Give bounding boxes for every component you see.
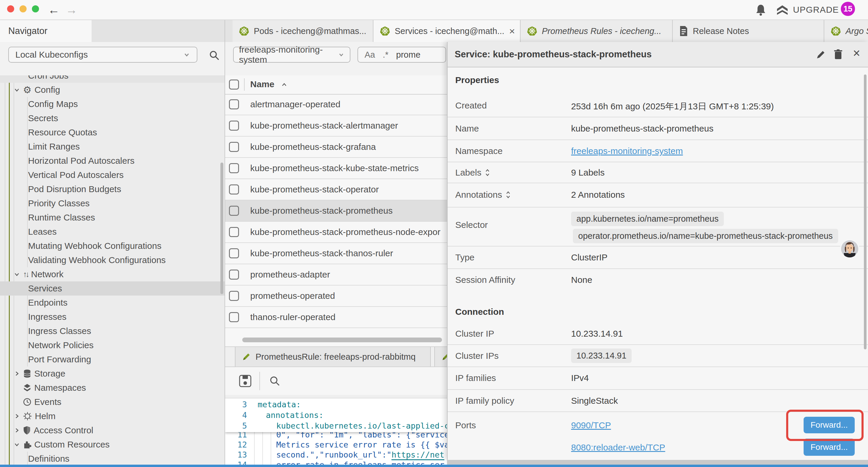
assistant-avatar[interactable] [840, 239, 860, 259]
forward-button[interactable]: → [66, 0, 78, 20]
sort-ascending-icon[interactable] [281, 81, 288, 88]
property-row-annotations: Annotations 2 Annotations [447, 183, 868, 207]
delete-trash-icon[interactable] [833, 49, 843, 60]
regex-toggle[interactable]: .* [382, 50, 388, 60]
table-row[interactable]: kube-prometheus-stack-operator [225, 179, 447, 200]
expand-collapse-icon[interactable] [505, 191, 511, 199]
panel-horizontal-scrollbar-track[interactable] [447, 460, 868, 465]
sidebar-item-ingress-classes[interactable]: Ingress Classes [0, 324, 224, 338]
table-row[interactable]: prometheus-adapter [225, 264, 447, 286]
editor-tab-prometheusrule[interactable]: PrometheusRule: freeleaps-prod-rabbitmq [235, 347, 431, 367]
name-search-input[interactable]: Aa .* prome [358, 47, 446, 63]
save-icon[interactable] [239, 375, 252, 387]
table-row[interactable]: kube-prometheus-stack-kube-state-metrics [225, 158, 447, 179]
tab-argo[interactable]: Argo Se [824, 20, 868, 42]
port-link-9090[interactable]: 9090/TCP [571, 420, 611, 430]
window-zoom-button[interactable] [32, 5, 39, 12]
window-close-button[interactable] [7, 5, 14, 12]
sidebar-item-storage[interactable]: Storage [0, 367, 224, 381]
table-horizontal-scrollbar[interactable] [242, 338, 442, 342]
back-button[interactable]: ← [48, 0, 60, 20]
window-minimize-button[interactable] [20, 5, 27, 12]
tab-services[interactable]: Services - icecheng@math... × [373, 20, 521, 42]
sidebar-item-access-control[interactable]: Access Control [0, 423, 224, 437]
sidebar-item-leases[interactable]: Leases [0, 225, 224, 239]
sidebar-item-definitions[interactable]: Definitions [0, 451, 224, 465]
pane-divider[interactable] [224, 20, 225, 465]
row-checkbox[interactable] [229, 291, 239, 301]
editor-tab-partial[interactable] [434, 347, 447, 367]
table-row[interactable]: kube-prometheus-stack-thanos-ruler [225, 243, 447, 264]
row-checkbox[interactable] [229, 163, 239, 173]
tab-prometheus-rules[interactable]: Prometheus Rules - icecheng... [521, 20, 673, 42]
select-all-checkbox[interactable] [229, 80, 239, 90]
sidebar-item-secrets[interactable]: Secrets [0, 111, 224, 125]
tab-close-icon[interactable]: × [509, 25, 515, 37]
kubeconfig-selector-value: Local Kubeconfigs [16, 50, 88, 60]
namespace-link[interactable]: freeleaps-monitoring-system [571, 146, 683, 156]
port-link-8080[interactable]: 8080:reloader-web/TCP [571, 442, 665, 453]
sidebar-item-horizontal-pod-autoscalers[interactable]: Horizontal Pod Autoscalers [0, 154, 224, 168]
row-checkbox[interactable] [229, 312, 239, 322]
row-checkbox[interactable] [229, 121, 239, 130]
upgrade-icon[interactable] [776, 4, 789, 16]
sidebar-item-vertical-pod-autoscalers[interactable]: Vertical Pod Autoscalers [0, 168, 224, 182]
sidebar-item-namespaces[interactable]: Namespaces [0, 381, 224, 395]
sidebar-item-validating-webhook-configurations[interactable]: Validating Webhook Configurations [0, 253, 224, 267]
sidebar-search-icon[interactable] [209, 50, 220, 61]
sidebar-item-custom-resources[interactable]: Custom Resources [0, 437, 224, 451]
code-link[interactable]: https://net [392, 450, 444, 460]
match-case-toggle[interactable]: Aa [365, 50, 375, 60]
upgrade-label[interactable]: UPGRADE [793, 5, 839, 15]
sidebar-item-helm[interactable]: Helm [0, 409, 224, 423]
namespace-filter-value: freeleaps-monitoring-system [239, 45, 338, 65]
panel-scrollbar[interactable] [864, 75, 867, 349]
account-badge[interactable]: 15 [841, 2, 855, 16]
edit-icon[interactable] [816, 50, 826, 60]
editor-search-icon[interactable] [269, 375, 281, 387]
row-checkbox[interactable] [229, 184, 239, 195]
sidebar-item-limit-ranges[interactable]: Limit Ranges [0, 140, 224, 154]
sidebar-item-events[interactable]: Events [0, 395, 224, 409]
namespace-filter-dropdown[interactable]: freeleaps-monitoring-system [233, 47, 350, 63]
table-row[interactable]: kube-prometheus-stack-alertmanager [225, 115, 447, 137]
sidebar-item-resource-quotas[interactable]: Resource Quotas [0, 125, 224, 140]
sidebar-item-endpoints[interactable]: Endpoints [0, 296, 224, 310]
close-icon[interactable]: × [853, 46, 860, 60]
sidebar-item-services[interactable]: Services [0, 282, 224, 296]
chevron-right-icon [13, 370, 20, 377]
notifications-bell-icon[interactable] [755, 4, 766, 16]
sidebar-item-ingresses[interactable]: Ingresses [0, 310, 224, 324]
sidebar-item-pod-disruption-budgets[interactable]: Pod Disruption Budgets [0, 182, 224, 196]
tab-pods[interactable]: Pods - icecheng@mathmas... [232, 20, 373, 42]
row-checkbox[interactable] [229, 227, 239, 237]
row-checkbox[interactable] [229, 248, 239, 258]
sidebar-item-mutating-webhook-configurations[interactable]: Mutating Webhook Configurations [0, 239, 224, 253]
sidebar-item-config[interactable]: ⚙ Config [0, 83, 224, 97]
table-row[interactable]: prometheus-operated [225, 286, 447, 307]
sidebar-item-runtime-classes[interactable]: Runtime Classes [0, 210, 224, 225]
sidebar-item-port-forwarding[interactable]: Port Forwarding [0, 352, 224, 367]
table-row-selected[interactable]: kube-prometheus-stack-prometheus [225, 200, 447, 222]
table-row[interactable]: thanos-ruler-operated [225, 307, 447, 328]
sidebar-item-network[interactable]: ↑↓ Network [0, 267, 224, 282]
expand-collapse-icon[interactable] [485, 168, 490, 177]
database-icon [23, 369, 31, 378]
sidebar-scrollbar[interactable] [220, 163, 223, 294]
sidebar-item-cron-jobs[interactable]: Cron Jobs [0, 76, 224, 83]
tab-release-notes[interactable]: Release Notes [673, 20, 824, 42]
row-checkbox[interactable] [229, 269, 239, 280]
column-header-name[interactable]: Name [250, 79, 275, 89]
row-checkbox[interactable] [229, 206, 239, 216]
table-row[interactable]: kube-prometheus-stack-prometheus-node-ex… [225, 222, 447, 243]
table-row[interactable]: kube-prometheus-stack-grafana [225, 137, 447, 158]
sidebar-item-priority-classes[interactable]: Priority Classes [0, 196, 224, 210]
row-checkbox[interactable] [229, 142, 239, 152]
forward-button-8080[interactable]: Forward... [804, 439, 855, 456]
yaml-editor[interactable]: 11 0", "for": "1m", "labels": {"service"… [225, 399, 447, 465]
table-row[interactable]: alertmanager-operated [225, 94, 447, 115]
sidebar-item-network-policies[interactable]: Network Policies [0, 338, 224, 352]
sidebar-item-config-maps[interactable]: Config Maps [0, 97, 224, 111]
row-checkbox[interactable] [229, 99, 239, 109]
kubeconfig-selector[interactable]: Local Kubeconfigs [8, 47, 197, 63]
